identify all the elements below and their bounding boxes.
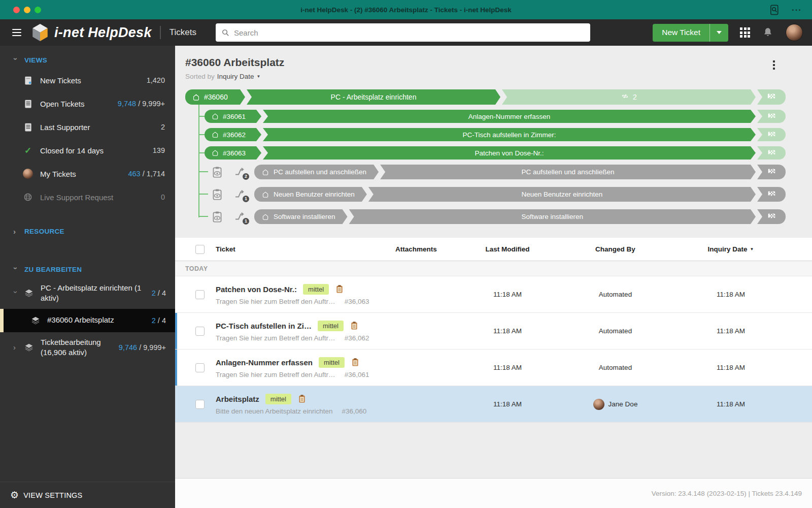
step-label-segment[interactable]: PC aufstellen und anschließen bbox=[380, 165, 756, 179]
notifications-bell-icon[interactable] bbox=[762, 26, 774, 39]
view-settings-button[interactable]: ⚙ VIEW SETTINGS bbox=[0, 482, 175, 508]
iteration-icon bbox=[621, 93, 629, 102]
close-window-button[interactable] bbox=[13, 7, 20, 13]
ticket-number: #36,062 bbox=[345, 334, 369, 342]
last-modified-cell: 11:18 AM bbox=[493, 327, 522, 335]
skip-step-icon[interactable]: 2 bbox=[234, 166, 247, 179]
checkered-flag-icon bbox=[766, 92, 776, 102]
titlebar-more-icon[interactable]: ··· bbox=[792, 6, 802, 14]
clipboard-preview-icon[interactable] bbox=[211, 188, 224, 201]
step-label-segment[interactable]: Software installieren bbox=[349, 209, 756, 224]
search-input[interactable] bbox=[234, 28, 590, 37]
ticket-row[interactable]: Anlagen-Nummer erfassen mittel Tragen Si… bbox=[175, 350, 812, 386]
inquiry-date-cell: 11:18 AM bbox=[717, 327, 745, 335]
step-pill[interactable]: PC aufstellen und anschließen bbox=[254, 165, 379, 179]
skip-step-icon[interactable]: 1 bbox=[234, 188, 247, 201]
hierarchy-child-label-segment[interactable]: PC-Tisch aufstellen in Zimmer: bbox=[263, 128, 756, 141]
sidebar-item-closed-14-days[interactable]: ✓ Closed for 14 days 139 bbox=[0, 139, 175, 162]
sidebar-task-ticketbearbeitung[interactable]: › Ticketbearbeitung (16,906 aktiv) 9,746… bbox=[0, 332, 175, 363]
sidebar-task-36060-arbeitsplatz[interactable]: #36060 Arbeitsplatz 2 / 4 bbox=[0, 309, 175, 332]
tab-tickets[interactable]: Tickets bbox=[170, 27, 196, 38]
clipboard-preview-icon[interactable] bbox=[211, 166, 224, 179]
last-modified-cell: 11:18 AM bbox=[493, 400, 522, 408]
skip-step-icon[interactable]: 1 bbox=[234, 210, 247, 224]
find-in-page-icon[interactable] bbox=[769, 4, 781, 16]
clipboard-preview-icon[interactable] bbox=[211, 210, 224, 224]
top-navbar: i-net HelpDesk Tickets New Ticket bbox=[0, 19, 812, 46]
chevron-down-icon: ▼ bbox=[257, 74, 261, 79]
select-all-checkbox[interactable] bbox=[195, 245, 205, 254]
step-label-segment[interactable]: Neuen Benutzer einrichten bbox=[368, 187, 756, 202]
sidebar-item-last-supporter[interactable]: Last Supporter 2 bbox=[0, 115, 175, 139]
changed-by-name: Jane Doe bbox=[608, 400, 638, 408]
view-count: 0 bbox=[161, 193, 165, 201]
row-checkbox[interactable] bbox=[195, 327, 205, 336]
checkered-flag-icon bbox=[767, 212, 776, 221]
row-checkbox[interactable] bbox=[195, 363, 205, 372]
hierarchy-child-ticket-pill[interactable]: #36061 bbox=[205, 110, 261, 123]
hierarchy-root-ticket-pill[interactable]: #36060 bbox=[185, 89, 245, 105]
ticket-row[interactable]: PC-Tisch aufstellen in Zi… mittel Tragen… bbox=[175, 313, 812, 350]
chevron-down-icon: › bbox=[12, 267, 20, 272]
more-options-kebab-icon[interactable] bbox=[771, 59, 776, 71]
sidebar-section-zu-bearbeiten[interactable]: › ZU BEARBEITEN bbox=[0, 261, 175, 278]
hamburger-menu-icon[interactable] bbox=[10, 26, 23, 39]
last-modified-cell: 11:18 AM bbox=[493, 291, 522, 298]
ticket-title: Anlagen-Nummer erfassen bbox=[216, 358, 313, 367]
sidebar-item-open-tickets[interactable]: Open Tickets 9,748 / 9,999+ bbox=[0, 92, 175, 115]
checkered-flag-icon bbox=[767, 148, 776, 158]
hierarchy-loop-segment[interactable]: 2 bbox=[502, 89, 756, 105]
clipboard-icon bbox=[335, 284, 344, 294]
chevron-down-icon: › bbox=[12, 291, 20, 296]
step-pill[interactable]: Software installieren bbox=[254, 209, 348, 224]
user-avatar[interactable] bbox=[786, 24, 803, 41]
inet-helpdesk-logo bbox=[30, 23, 50, 42]
hierarchy-child-finish-cap bbox=[757, 110, 786, 123]
sort-dropdown[interactable]: Sorted by Inquiry Date ▼ bbox=[185, 73, 801, 80]
new-ticket-dropdown-button[interactable] bbox=[710, 24, 728, 42]
hierarchy-child-label-segment[interactable]: Anlagen-Nummer erfassen bbox=[263, 110, 756, 123]
hierarchy-child-ticket-pill[interactable]: #36062 bbox=[205, 128, 261, 141]
sidebar-task-pc-arbeitsplatz[interactable]: › PC - Arbeitsplatz einrichten (1 aktiv)… bbox=[0, 278, 175, 309]
step-label: Neuen Benutzer einrichten bbox=[274, 190, 355, 198]
column-header-last-modified[interactable]: Last Modified bbox=[486, 245, 530, 253]
sidebar-item-new-tickets[interactable]: New Tickets 1,420 bbox=[0, 69, 175, 92]
ticket-row-selected[interactable]: Arbeitsplatz mittel Bitte den neuen Arbe… bbox=[175, 386, 812, 423]
hierarchy-child-ticket-pill[interactable]: #36063 bbox=[205, 146, 261, 160]
sidebar-section-resource[interactable]: › RESOURCE bbox=[0, 223, 175, 240]
changed-by-cell: Automated bbox=[599, 364, 632, 371]
view-count: 1,420 bbox=[147, 76, 165, 84]
column-header-inquiry-date[interactable]: Inquiry Date ▼ bbox=[708, 245, 754, 253]
hierarchy-child-label-segment[interactable]: Patchen von Dose-Nr.: bbox=[263, 146, 756, 160]
clipboard-icon bbox=[350, 321, 359, 330]
step-count-badge: 1 bbox=[243, 196, 249, 202]
sidebar-section-views[interactable]: › VIEWS bbox=[0, 52, 175, 69]
iteration-count: 2 bbox=[633, 93, 637, 101]
sidebar-item-my-tickets[interactable]: My Tickets 463 / 1,714 bbox=[0, 162, 175, 185]
zoom-window-button[interactable] bbox=[35, 7, 41, 13]
sidebar-item-live-support-request[interactable]: Live Support Request 0 bbox=[0, 185, 175, 209]
step-pill[interactable]: Neuen Benutzer einrichten bbox=[254, 187, 367, 202]
changed-by-cell: Automated bbox=[599, 291, 632, 298]
row-checkbox[interactable] bbox=[195, 290, 205, 299]
view-label: Open Tickets bbox=[40, 100, 118, 108]
task-count: 2 / 4 bbox=[152, 316, 166, 325]
new-ticket-button[interactable]: New Ticket bbox=[653, 24, 709, 42]
ticket-subtitle: Tragen Sie hier zum Betreff den Auftr… bbox=[216, 334, 335, 342]
ticket-hierarchy: #36060 PC - Arbeitsplatz einrichten 2 bbox=[185, 89, 786, 224]
checkered-flag-icon bbox=[767, 189, 776, 199]
column-header-ticket[interactable]: Ticket bbox=[216, 245, 376, 253]
column-header-attachments[interactable]: Attachments bbox=[395, 245, 437, 253]
view-label: Live Support Request bbox=[40, 193, 161, 202]
priority-badge: mittel bbox=[303, 284, 329, 295]
tickets-table: Ticket Attachments Last Modified Changed… bbox=[175, 238, 812, 423]
ticket-row[interactable]: Patchen von Dose-Nr.: mittel Tragen Sie … bbox=[175, 276, 812, 313]
column-header-changed-by[interactable]: Changed By bbox=[595, 245, 635, 253]
content-filler bbox=[175, 423, 812, 478]
checkered-flag-icon bbox=[767, 112, 776, 121]
row-checkbox[interactable] bbox=[195, 400, 205, 409]
hierarchy-root-label-segment[interactable]: PC - Arbeitsplatz einrichten bbox=[247, 89, 500, 105]
minimize-window-button[interactable] bbox=[24, 7, 30, 13]
app-grid-icon[interactable] bbox=[740, 27, 750, 38]
hierarchy-step-row: 1 Neuen Benutzer einrichten Neuen Benutz… bbox=[211, 187, 786, 202]
